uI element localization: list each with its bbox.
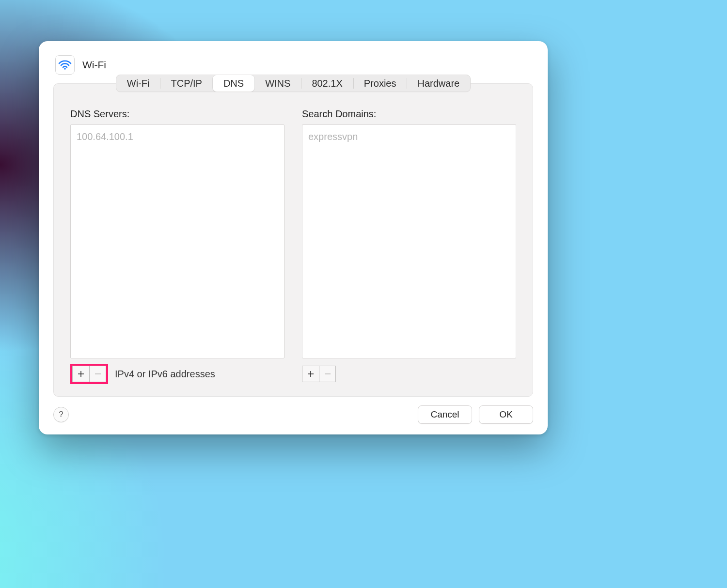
search-domain-item[interactable]: expressvpn	[308, 129, 510, 144]
dns-columns: DNS Servers: 100.64.100.1 IPv4	[70, 108, 516, 383]
help-button[interactable]: ?	[53, 407, 69, 422]
dns-servers-column: DNS Servers: 100.64.100.1 IPv4	[70, 108, 284, 383]
dns-hint: IPv4 or IPv6 addresses	[115, 369, 215, 380]
domains-plus-minus-group	[302, 366, 336, 382]
remove-dns-server-button[interactable]	[89, 366, 106, 382]
search-domains-column: Search Domains: expressvpn	[302, 108, 516, 383]
search-domains-label: Search Domains:	[302, 108, 516, 120]
tab-proxies[interactable]: Proxies	[353, 75, 407, 92]
add-search-domain-button[interactable]	[302, 366, 319, 382]
add-dns-highlight	[70, 364, 108, 384]
settings-panel: Wi-FiTCP/IPDNSWINS802.1XProxiesHardware …	[53, 83, 533, 397]
dns-servers-list[interactable]: 100.64.100.1	[70, 124, 284, 358]
tab-hardware[interactable]: Hardware	[407, 75, 470, 92]
dialog-footer: ? Cancel OK	[53, 397, 533, 424]
dns-server-item[interactable]: 100.64.100.1	[77, 129, 278, 144]
remove-search-domain-button[interactable]	[319, 366, 335, 382]
tab-bar: Wi-FiTCP/IPDNSWINS802.1XProxiesHardware	[116, 75, 471, 92]
network-advanced-window: Wi-Fi Wi-FiTCP/IPDNSWINS802.1XProxiesHar…	[39, 41, 548, 434]
ok-button[interactable]: OK	[479, 405, 533, 424]
tab-tcpip[interactable]: TCP/IP	[160, 75, 212, 92]
window-title: Wi-Fi	[82, 59, 106, 71]
add-dns-server-button[interactable]	[73, 366, 89, 382]
dns-servers-tools: IPv4 or IPv6 addresses	[70, 365, 284, 383]
search-domains-tools	[302, 365, 516, 383]
tab-8021x[interactable]: 802.1X	[301, 75, 353, 92]
dns-plus-minus-group	[72, 366, 106, 382]
tab-wifi[interactable]: Wi-Fi	[116, 75, 160, 92]
dns-servers-label: DNS Servers:	[70, 108, 284, 120]
svg-point-0	[64, 68, 66, 70]
tab-wins[interactable]: WINS	[254, 75, 301, 92]
wifi-icon	[55, 55, 75, 75]
tab-dns[interactable]: DNS	[213, 75, 254, 92]
cancel-button[interactable]: Cancel	[418, 405, 472, 424]
search-domains-list[interactable]: expressvpn	[302, 124, 516, 358]
